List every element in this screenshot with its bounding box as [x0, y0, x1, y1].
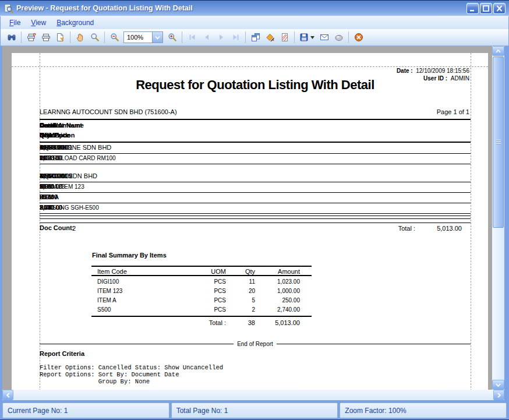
summary-cell: 2 — [231, 306, 255, 313]
chevron-up-icon — [496, 50, 501, 53]
edit-page-icon — [280, 33, 289, 42]
multiple-pages-icon — [251, 33, 260, 42]
close-preview-button[interactable] — [351, 30, 366, 44]
summary-cell: PCS — [185, 288, 226, 294]
vertical-scrollbar-thumb[interactable] — [493, 57, 504, 228]
header-row-2: No. Item Code Description UOM Qty Unit P… — [40, 130, 471, 140]
date-label: Date : — [397, 68, 413, 74]
doc-count-value: 2 — [72, 225, 76, 232]
report-page: Date : 12/10/2009 18:15:56 User ID : ADM… — [12, 53, 488, 390]
zoom-out-icon — [110, 33, 119, 42]
main-table-header: Doc No Date Code Creditor Name Curr. Amo… — [40, 119, 471, 143]
status-bar: Current Page No: 1 Total Page No: 1 Zoom… — [2, 403, 507, 418]
find-icon — [7, 33, 16, 42]
next-page-button[interactable] — [214, 30, 228, 44]
summary-cell: PCS — [185, 297, 226, 303]
table-cell: 250.00 — [40, 194, 58, 200]
toolbar-separator — [348, 31, 349, 43]
minimize-button[interactable] — [466, 3, 479, 14]
find-button[interactable] — [4, 30, 19, 44]
zoom-cursor-button[interactable] — [87, 30, 102, 44]
zoom-level-select[interactable]: 100% — [123, 31, 163, 43]
table-end-rule — [40, 216, 471, 219]
pan-button[interactable] — [73, 30, 87, 44]
summary-cell: PCS — [185, 278, 226, 285]
table-cell: 2,740.00 — [40, 204, 62, 211]
scroll-down-button[interactable] — [492, 380, 504, 390]
preview-window: Preview - Request for Quotation Listing … — [0, 0, 509, 420]
vertical-scrollbar[interactable] — [492, 46, 504, 390]
summary-header-item-code: Item Code — [97, 268, 127, 275]
document-viewport[interactable]: Date : 12/10/2009 18:15:56 User ID : ADM… — [2, 46, 492, 390]
summary-header-qty: Qty — [231, 268, 255, 275]
date-value: 12/10/2009 18:15:56 — [416, 68, 469, 74]
print-options-button[interactable]: ? — [24, 30, 38, 44]
preview-magnifier-icon — [3, 3, 13, 13]
email-button[interactable] — [317, 30, 331, 44]
prev-page-icon — [202, 33, 211, 42]
summary-total-amount: 5,013.00 — [254, 319, 300, 326]
scroll-right-button[interactable] — [493, 390, 504, 400]
summary-row: S500PCS22,740.00 — [91, 305, 312, 315]
page-setup-button[interactable] — [53, 30, 68, 44]
status-total-page: Total Page No: 1 — [171, 403, 338, 418]
totals-row: Doc Count: 2 Total : 5,013.00 — [40, 223, 471, 234]
title-bar[interactable]: Preview - Request for Quotation Listing … — [0, 1, 509, 16]
summary-total-qty: 38 — [231, 319, 255, 326]
end-of-report-line — [277, 344, 471, 344]
print-options-icon: ? — [27, 33, 36, 42]
chevron-left-icon — [6, 393, 10, 398]
summary-total-row: Total : 38 5,013.00 — [91, 316, 312, 329]
header-disc: Disc. — [40, 132, 55, 139]
zoom-level-dropdown-button[interactable] — [152, 32, 162, 43]
table-cell: 1,023.00 — [40, 144, 65, 151]
chevron-down-icon — [155, 36, 160, 40]
summary-title: Final Summary By Items — [92, 252, 167, 259]
last-page-button[interactable] — [228, 30, 243, 44]
horizontal-scrollbar[interactable] — [2, 390, 504, 400]
toolbar-separator — [182, 31, 182, 43]
menu-file[interactable]: File — [4, 17, 26, 29]
table-row-gap — [40, 164, 471, 171]
print-button[interactable] — [38, 30, 53, 44]
zoom-in-icon — [168, 33, 177, 42]
export-button[interactable] — [331, 30, 346, 44]
multiple-pages-button[interactable] — [248, 30, 263, 44]
menu-background[interactable]: Background — [51, 17, 99, 29]
toolbar-separator — [104, 31, 105, 43]
table-row: RQ-00000212/10/2009400-C001SELCOM SDN BH… — [40, 171, 471, 182]
page-info: Page 1 of 1 — [437, 108, 469, 115]
background-fill-button[interactable] — [263, 30, 277, 44]
report-criteria-lines: Filter Options: Cancelled Status: Show U… — [40, 364, 223, 385]
scroll-up-button[interactable] — [492, 46, 504, 56]
zoom-out-button[interactable] — [107, 30, 122, 44]
zoom-in-button[interactable] — [165, 30, 179, 44]
report-criteria-title: Report Criteria — [40, 350, 84, 357]
close-button[interactable] — [493, 3, 506, 14]
end-of-report: End of Report — [40, 341, 471, 347]
save-button[interactable] — [297, 30, 317, 44]
total-label: Total : — [366, 225, 415, 232]
minimize-icon — [468, 5, 477, 12]
save-dropdown-arrow-icon[interactable] — [310, 36, 315, 39]
scroll-left-button[interactable] — [2, 390, 13, 400]
table-cell: 3,990.00 — [40, 172, 65, 179]
summary-header-amount: Amount — [254, 268, 300, 275]
summary-row: DIGI100PCS111,023.00 — [91, 277, 312, 287]
edit-page-button[interactable] — [277, 30, 292, 44]
summary-row: ITEM 123PCS201,000.00 — [91, 287, 312, 296]
menu-view[interactable]: View — [26, 17, 51, 29]
next-page-icon — [217, 33, 226, 42]
summary-header-uom: UOM — [185, 268, 226, 275]
maximize-button[interactable] — [480, 3, 492, 14]
summary-row: ITEM APCS5250.00 — [91, 296, 312, 305]
first-page-button[interactable] — [185, 30, 199, 44]
summary-cell: 250.00 — [254, 297, 300, 303]
header-local-amount: Local Amount — [40, 122, 82, 129]
table-row: 1ITEM 123NOKIA ITEM 123PCS2050.001,000.0… — [40, 182, 471, 193]
svg-text:?: ? — [33, 33, 36, 38]
prev-page-button[interactable] — [199, 30, 214, 44]
end-of-report-line — [40, 344, 234, 344]
save-icon — [299, 33, 309, 42]
toolbar-separator — [21, 31, 22, 43]
